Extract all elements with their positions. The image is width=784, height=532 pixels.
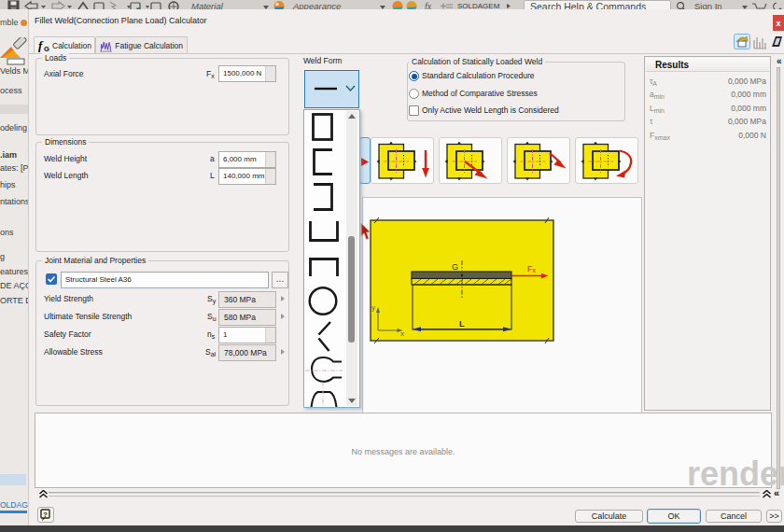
svg-text:G: G bbox=[44, 45, 49, 53]
svg-text:G: G bbox=[452, 262, 458, 272]
svg-text:x: x bbox=[400, 329, 404, 338]
svg-text:L: L bbox=[459, 319, 465, 329]
svg-text:?: ? bbox=[43, 511, 48, 519]
svg-text:y: y bbox=[371, 303, 375, 312]
